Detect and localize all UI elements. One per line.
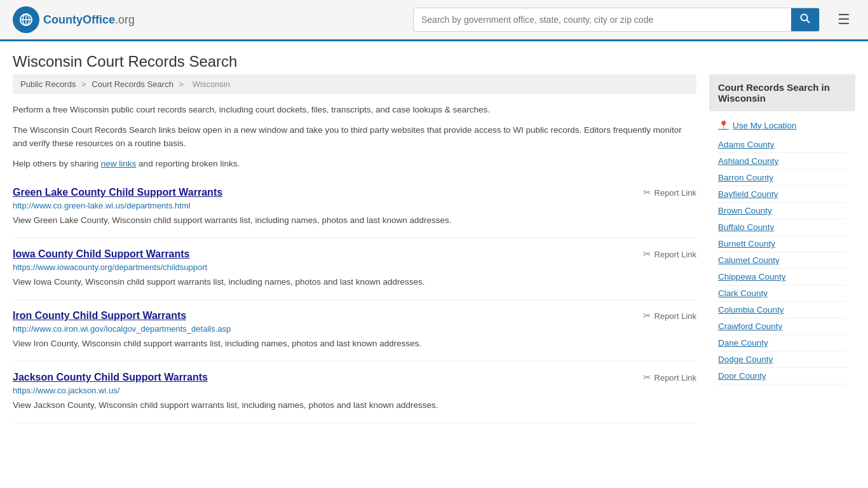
report-link-2[interactable]: ✂ Report Link [643, 310, 696, 322]
intro-para-2: The Wisconsin Court Records Search links… [13, 123, 696, 151]
sidebar-header: Court Records Search in Wisconsin [709, 74, 855, 111]
result-desc-3: View Jackson County, Wisconsin child sup… [13, 399, 696, 412]
svg-point-5 [801, 15, 808, 21]
sidebar-county-link-11[interactable]: Crawford County [718, 318, 846, 335]
site-header: CountyOffice.org ☰ [0, 0, 868, 41]
result-title-3[interactable]: Jackson County Child Support Warrants [13, 372, 208, 383]
result-title-1[interactable]: Iowa County Child Support Warrants [13, 248, 190, 260]
sidebar-county-link-8[interactable]: Chippewa County [718, 269, 846, 285]
sidebar-county-link-3[interactable]: Bayfield County [718, 186, 846, 203]
result-title-2[interactable]: Iron County Child Support Warrants [13, 310, 186, 322]
sidebar-county-link-4[interactable]: Brown County [718, 203, 846, 219]
scissors-icon-3: ✂ [643, 372, 651, 383]
sidebar-county-link-6[interactable]: Burnett County [718, 236, 846, 252]
hamburger-menu-button[interactable]: ☰ [832, 9, 855, 30]
new-links-link[interactable]: new links [101, 159, 137, 168]
result-url-1[interactable]: https://www.iowacounty.org/departments/c… [13, 262, 696, 272]
result-card: Green Lake County Child Support Warrants… [13, 177, 696, 238]
sidebar-county-link-9[interactable]: Clark County [718, 285, 846, 302]
result-header-1: Iowa County Child Support Warrants ✂ Rep… [13, 248, 696, 262]
breadcrumb-public-records[interactable]: Public Records [20, 79, 76, 89]
sidebar: Court Records Search in Wisconsin 📍 Use … [709, 74, 855, 423]
sidebar-county-link-14[interactable]: Door County [718, 368, 846, 384]
scissors-icon-2: ✂ [643, 310, 651, 322]
breadcrumb-current: Wisconsin [193, 79, 230, 89]
result-url-2[interactable]: http://www.co.iron.wi.gov/localgov_depar… [13, 324, 696, 334]
logo[interactable]: CountyOffice.org [13, 6, 135, 33]
sidebar-county-link-10[interactable]: Columbia County [718, 302, 846, 318]
result-desc-2: View Iron County, Wisconsin child suppor… [13, 337, 696, 351]
page-title: Wisconsin Court Records Search [0, 41, 868, 74]
result-card: Iron County Child Support Warrants ✂ Rep… [13, 300, 696, 362]
search-button[interactable] [791, 8, 819, 31]
sidebar-county-link-13[interactable]: Dodge County [718, 351, 846, 368]
intro-para-3: Help others by sharing new links and rep… [13, 157, 696, 171]
use-location-label: Use My Location [733, 121, 797, 130]
result-url-3[interactable]: https://www.co.jackson.wi.us/ [13, 386, 696, 395]
result-title-0[interactable]: Green Lake County Child Support Warrants [13, 187, 222, 198]
main-content: Public Records > Court Records Search > … [13, 74, 696, 423]
svg-line-6 [807, 20, 810, 24]
location-icon: 📍 [718, 120, 729, 130]
result-card: Iowa County Child Support Warrants ✂ Rep… [13, 238, 696, 300]
sidebar-county-link-0[interactable]: Adams County [718, 137, 846, 153]
sidebar-county-link-1[interactable]: Ashland County [718, 153, 846, 170]
result-header-0: Green Lake County Child Support Warrants… [13, 187, 696, 201]
sidebar-county-link-5[interactable]: Buffalo County [718, 219, 846, 236]
result-card: Jackson County Child Support Warrants ✂ … [13, 362, 696, 423]
use-my-location[interactable]: 📍 Use My Location [709, 118, 855, 137]
results-list: Green Lake County Child Support Warrants… [13, 177, 696, 423]
report-link-1[interactable]: ✂ Report Link [643, 248, 696, 260]
sidebar-county-link-2[interactable]: Barron County [718, 170, 846, 186]
intro-para-1: Perform a free Wisconsin public court re… [13, 103, 696, 117]
result-header-2: Iron County Child Support Warrants ✂ Rep… [13, 310, 696, 324]
result-url-0[interactable]: http://www.co.green-lake.wi.us/departmen… [13, 201, 696, 210]
report-link-0[interactable]: ✂ Report Link [643, 187, 696, 198]
result-header-3: Jackson County Child Support Warrants ✂ … [13, 372, 696, 386]
logo-wordmark: CountyOffice.org [43, 13, 135, 27]
content-wrapper: Public Records > Court Records Search > … [0, 74, 868, 436]
sidebar-county-link-12[interactable]: Dane County [718, 335, 846, 351]
search-input[interactable] [414, 10, 791, 30]
breadcrumb-court-records[interactable]: Court Records Search [92, 79, 173, 89]
breadcrumb: Public Records > Court Records Search > … [13, 74, 696, 94]
sidebar-county-link-7[interactable]: Calumet County [718, 252, 846, 269]
logo-icon [13, 6, 39, 33]
scissors-icon-0: ✂ [643, 187, 651, 198]
search-bar [413, 8, 820, 32]
scissors-icon-1: ✂ [643, 248, 651, 260]
report-link-3[interactable]: ✂ Report Link [643, 372, 696, 383]
county-links-list: Adams CountyAshland CountyBarron CountyB… [709, 137, 855, 384]
result-desc-1: View Iowa County, Wisconsin child suppor… [13, 276, 696, 289]
result-desc-0: View Green Lake County, Wisconsin child … [13, 214, 696, 227]
